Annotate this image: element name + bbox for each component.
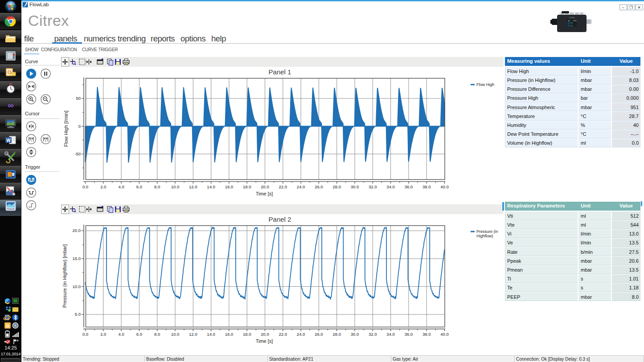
svg-text:36.0: 36.0 <box>405 184 413 189</box>
svg-text:50: 50 <box>76 96 81 101</box>
svg-text:30.0: 30.0 <box>351 332 359 337</box>
svg-text:14.0: 14.0 <box>207 184 215 189</box>
svg-text:5.0: 5.0 <box>75 312 81 317</box>
svg-text:8.1: 8.1 <box>568 24 571 27</box>
svg-text:6.0: 6.0 <box>136 184 142 189</box>
svg-text:28.0: 28.0 <box>332 332 341 337</box>
svg-text:0.0: 0.0 <box>82 184 88 189</box>
svg-text:0.0: 0.0 <box>82 332 88 337</box>
svg-text:22.0: 22.0 <box>279 184 287 189</box>
svg-text:88:88: 88:88 <box>573 20 577 22</box>
svg-text:Highflow): Highflow) <box>476 234 493 238</box>
svg-text:18.0: 18.0 <box>243 184 251 189</box>
svg-text:24.0: 24.0 <box>297 184 305 189</box>
svg-text:20.0: 20.0 <box>261 332 269 337</box>
svg-text:38.0: 38.0 <box>422 184 431 189</box>
svg-text:Flow High: Flow High <box>476 82 494 87</box>
svg-text:Pressure (in Highflow) [mbar]: Pressure (in Highflow) [mbar] <box>62 244 67 308</box>
svg-text:26.0: 26.0 <box>315 332 323 337</box>
svg-text:28.0: 28.0 <box>332 184 341 189</box>
svg-text:▮: ▮ <box>571 22 572 24</box>
svg-text:Panel 2: Panel 2 <box>269 216 291 223</box>
svg-text:T: T <box>30 140 32 142</box>
svg-text:Time [s]: Time [s] <box>256 191 273 196</box>
svg-text:18.0: 18.0 <box>243 332 251 337</box>
svg-text:2.0: 2.0 <box>100 332 106 337</box>
svg-text:Panel 1: Panel 1 <box>269 68 291 76</box>
svg-text:26.0: 26.0 <box>315 184 323 189</box>
svg-text:8.0: 8.0 <box>154 332 160 337</box>
svg-text:5.2: 5.2 <box>568 22 571 24</box>
svg-text:34.0: 34.0 <box>386 184 395 189</box>
svg-text:15.0: 15.0 <box>73 256 81 261</box>
svg-text:34.0: 34.0 <box>386 332 395 337</box>
svg-text:38.0: 38.0 <box>422 332 431 337</box>
svg-text:20.0: 20.0 <box>261 184 269 189</box>
svg-text:A1: A1 <box>568 20 570 22</box>
svg-text:14.0: 14.0 <box>207 332 215 337</box>
svg-text:10.0: 10.0 <box>171 184 180 189</box>
svg-text:Time [s]: Time [s] <box>256 338 273 344</box>
svg-text:6.0: 6.0 <box>136 332 142 337</box>
svg-text:10.0: 10.0 <box>171 332 180 337</box>
svg-text:16.0: 16.0 <box>225 184 234 189</box>
svg-text:4.0: 4.0 <box>118 184 124 189</box>
svg-text:F: F <box>45 140 46 142</box>
svg-text:O: O <box>6 324 9 328</box>
svg-text:32.0: 32.0 <box>369 332 377 337</box>
svg-text:Pressure (in: Pressure (in <box>476 229 498 234</box>
svg-text:0: 0 <box>78 124 81 129</box>
svg-text:CITREX: CITREX <box>569 17 575 19</box>
svg-text:22.0: 22.0 <box>279 332 287 337</box>
svg-text:8.0: 8.0 <box>154 184 160 189</box>
svg-text:20.0: 20.0 <box>73 228 81 233</box>
svg-text:16.0: 16.0 <box>225 332 234 337</box>
svg-text:40.0: 40.0 <box>440 184 449 189</box>
svg-text:▮: ▮ <box>571 24 572 27</box>
svg-text:-50: -50 <box>74 151 81 156</box>
svg-text:40.0: 40.0 <box>440 332 449 337</box>
svg-text:Flow High [l/min]: Flow High [l/min] <box>63 110 69 146</box>
svg-text:36.0: 36.0 <box>405 332 413 337</box>
svg-text:12.0: 12.0 <box>189 184 197 189</box>
svg-text:30.0: 30.0 <box>351 184 359 189</box>
svg-text:2.0: 2.0 <box>100 184 106 189</box>
svg-text:FlowLab: FlowLab <box>7 208 15 210</box>
svg-text:12.0: 12.0 <box>189 332 197 337</box>
svg-text:4.0: 4.0 <box>118 332 124 337</box>
svg-text:24.0: 24.0 <box>297 332 305 337</box>
svg-text:10.0: 10.0 <box>73 284 81 289</box>
svg-text:32.0: 32.0 <box>369 184 377 189</box>
svg-text:W: W <box>6 138 11 143</box>
svg-text:∞: ∞ <box>8 101 14 110</box>
